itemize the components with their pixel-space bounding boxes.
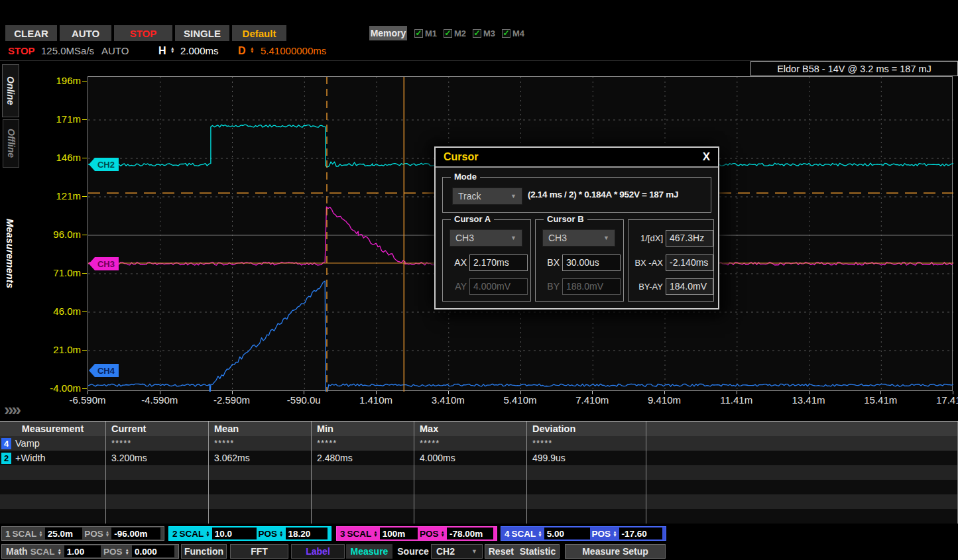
dialog-titlebar[interactable]: Cursor X [436, 148, 718, 168]
table-row[interactable] [0, 494, 958, 509]
table-cell [106, 494, 209, 509]
expand-chevrons-icon[interactable]: »» [4, 402, 19, 418]
table-cell [414, 509, 527, 524]
table-cell [209, 480, 312, 494]
single-button[interactable]: SINGLE [175, 25, 229, 41]
cursor-b-source-dropdown[interactable]: CH3 ▼ [542, 229, 615, 247]
table-cell [646, 451, 958, 465]
scale-field[interactable]: 5.00 [544, 528, 590, 539]
bx-field[interactable]: 30.00us [562, 254, 621, 271]
tab-offline[interactable]: Offline [3, 119, 19, 168]
sample-rate: 125.0MSa/s [41, 45, 94, 56]
math-scal-field[interactable]: 1.00 [64, 545, 101, 557]
channel-1-bar[interactable]: 1SCAL▲▼25.0mPOS▲▼-96.00m [1, 526, 164, 541]
spinner-icon[interactable]: ▲▼ [206, 530, 210, 537]
checkbox-checked-icon[interactable]: ✓ [473, 29, 481, 38]
position-label: POS [420, 529, 439, 539]
scale-field[interactable]: 25.0m [45, 528, 83, 539]
delay-spinner[interactable]: ▲▼ [250, 46, 254, 53]
measurement-value: 2.480ms [312, 453, 353, 463]
spinner-icon[interactable]: ▲▼ [373, 530, 377, 537]
h-scale-value[interactable]: 2.000ms [180, 45, 219, 56]
spinner-icon[interactable]: ▲▼ [105, 530, 109, 537]
math-scal-spinner[interactable]: ▲▼ [57, 548, 61, 555]
acquisition-state: STOP [8, 45, 35, 56]
spinner-icon[interactable]: ▲▼ [279, 530, 283, 537]
channel-tag-ch3[interactable]: CH3 [89, 257, 119, 270]
position-field[interactable]: 18.20 [286, 528, 328, 539]
table-row[interactable] [0, 465, 958, 480]
x-axis-tick-label: 15.41m [853, 394, 908, 406]
table-cell: ***** [527, 436, 646, 451]
table-row[interactable]: 2+Width3.200ms3.062ms2.480ms4.000ms499.9… [0, 451, 958, 465]
spinner-icon[interactable]: ▲▼ [441, 530, 445, 537]
measurements-panel-tab[interactable]: Measurements [0, 191, 20, 317]
channel-tag-ch4[interactable]: CH4 [89, 364, 119, 377]
table-cell: Min [312, 421, 414, 436]
checkbox-checked-icon[interactable]: ✓ [444, 29, 452, 38]
table-row[interactable]: 4Vamp************************* [0, 436, 958, 451]
spinner-icon[interactable]: ▲▼ [538, 530, 542, 537]
channel-4-bar[interactable]: 4SCAL▲▼5.00POS▲▼-17.60 [501, 526, 666, 541]
math-pos-spinner[interactable]: ▲▼ [125, 548, 129, 555]
ay-label: AY [447, 281, 467, 292]
y-axis-tick-label: 196m [46, 75, 81, 87]
table-row[interactable] [0, 480, 958, 494]
label-button[interactable]: Label [291, 544, 345, 559]
memory-slot-m2[interactable]: ✓M2 [444, 28, 466, 38]
x-axis-tick [232, 391, 233, 394]
delay-value[interactable]: 5.41000000ms [261, 45, 326, 56]
y-axis-tick-label: 46.0m [46, 306, 81, 317]
memory-button[interactable]: Memory [369, 26, 407, 40]
spinner-icon[interactable]: ▲▼ [613, 530, 617, 537]
mode-group-label: Mode [451, 172, 480, 182]
table-row[interactable] [0, 509, 958, 524]
measurement-value: 4.000ms [414, 453, 455, 463]
memory-slot-m4[interactable]: ✓M4 [502, 28, 524, 38]
reset-statistic-button[interactable]: Reset Statistic [485, 544, 560, 559]
cursor-a-source-dropdown[interactable]: CH3 ▼ [449, 229, 522, 247]
table-cell [646, 480, 958, 494]
measurement-value: ***** [527, 436, 552, 448]
measure-setup-button[interactable]: Measure Setup [565, 544, 666, 559]
position-field[interactable]: -96.00m [111, 528, 160, 539]
position-field[interactable]: -78.00m [447, 528, 493, 539]
source-label: Source [396, 544, 430, 559]
math-scal-label: SCAL [30, 547, 55, 557]
memory-slot-m3[interactable]: ✓M3 [473, 28, 495, 38]
close-icon[interactable]: X [703, 150, 710, 164]
table-cell [312, 465, 414, 480]
y-axis-tick [82, 196, 87, 197]
position-label: POS [259, 529, 278, 539]
channel-tag-ch2[interactable]: CH2 [89, 158, 119, 171]
ax-field[interactable]: 2.170ms [469, 254, 528, 271]
position-field[interactable]: -17.60 [619, 528, 662, 539]
scale-label: SCAL [13, 529, 37, 539]
ax-row: AX 2.170ms [447, 254, 530, 271]
auto-button[interactable]: AUTO [60, 25, 111, 41]
spinner-icon[interactable]: ▲▼ [38, 530, 42, 537]
function-button[interactable]: Function [181, 544, 227, 559]
cursor-a-label: Cursor A [451, 214, 494, 224]
channel-2-bar[interactable]: 2SCAL▲▼10.0POS▲▼18.20 [168, 526, 331, 541]
stop-button[interactable]: STOP [114, 25, 172, 41]
default-button[interactable]: Default [232, 25, 286, 41]
checkbox-checked-icon[interactable]: ✓ [414, 29, 423, 38]
tab-online[interactable]: Online [2, 64, 19, 117]
checkbox-checked-icon[interactable]: ✓ [502, 29, 510, 38]
memory-slot-m1[interactable]: ✓M1 [414, 28, 437, 38]
source-dropdown[interactable]: CH2 ▼ [431, 544, 483, 559]
measure-tab[interactable]: Measure [346, 544, 392, 559]
column-header: Max [414, 423, 438, 434]
h-scale-spinner[interactable]: ▲▼ [170, 46, 174, 53]
fft-button[interactable]: FFT [230, 544, 288, 559]
channel-3-bar[interactable]: 3SCAL▲▼100mPOS▲▼-78.00m [336, 526, 497, 541]
math-pos-field[interactable]: 0.000 [132, 545, 174, 557]
x-axis-tick-label: 9.410m [636, 394, 692, 406]
channel-number: 1 [5, 529, 11, 539]
clear-button[interactable]: CLEAR [5, 25, 57, 41]
cursor-mode-dropdown[interactable]: Track ▼ [452, 188, 522, 205]
scale-field[interactable]: 100m [380, 528, 418, 539]
scale-field[interactable]: 10.0 [212, 528, 257, 539]
ay-field: 4.000mV [469, 278, 528, 295]
